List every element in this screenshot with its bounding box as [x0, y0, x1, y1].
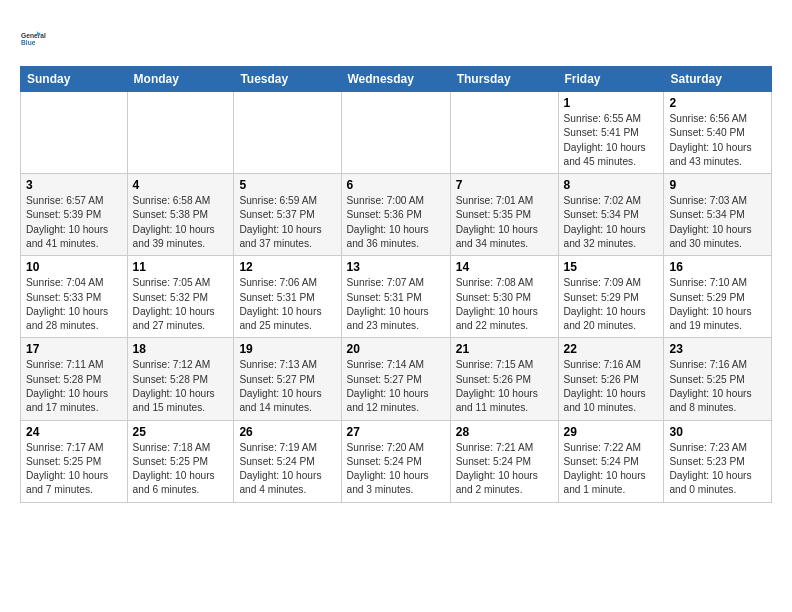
page: General Blue SundayMondayTuesdayWednesda…: [0, 0, 792, 513]
calendar-cell: [450, 92, 558, 174]
calendar-week-2: 3Sunrise: 6:57 AM Sunset: 5:39 PM Daylig…: [21, 174, 772, 256]
day-info: Sunrise: 7:01 AM Sunset: 5:35 PM Dayligh…: [456, 194, 553, 251]
day-number: 1: [564, 96, 659, 110]
calendar-cell: 21Sunrise: 7:15 AM Sunset: 5:26 PM Dayli…: [450, 338, 558, 420]
calendar-cell: 20Sunrise: 7:14 AM Sunset: 5:27 PM Dayli…: [341, 338, 450, 420]
day-number: 5: [239, 178, 335, 192]
day-info: Sunrise: 7:13 AM Sunset: 5:27 PM Dayligh…: [239, 358, 335, 415]
day-number: 15: [564, 260, 659, 274]
col-header-friday: Friday: [558, 67, 664, 92]
day-number: 9: [669, 178, 766, 192]
calendar-cell: 7Sunrise: 7:01 AM Sunset: 5:35 PM Daylig…: [450, 174, 558, 256]
calendar-cell: [127, 92, 234, 174]
calendar-cell: 26Sunrise: 7:19 AM Sunset: 5:24 PM Dayli…: [234, 420, 341, 502]
logo-icon: General Blue: [20, 20, 56, 56]
day-number: 20: [347, 342, 445, 356]
calendar-cell: 28Sunrise: 7:21 AM Sunset: 5:24 PM Dayli…: [450, 420, 558, 502]
day-number: 21: [456, 342, 553, 356]
day-info: Sunrise: 7:14 AM Sunset: 5:27 PM Dayligh…: [347, 358, 445, 415]
col-header-tuesday: Tuesday: [234, 67, 341, 92]
calendar-cell: 17Sunrise: 7:11 AM Sunset: 5:28 PM Dayli…: [21, 338, 128, 420]
calendar-cell: 1Sunrise: 6:55 AM Sunset: 5:41 PM Daylig…: [558, 92, 664, 174]
day-number: 29: [564, 425, 659, 439]
day-number: 23: [669, 342, 766, 356]
day-number: 12: [239, 260, 335, 274]
calendar-cell: 11Sunrise: 7:05 AM Sunset: 5:32 PM Dayli…: [127, 256, 234, 338]
day-info: Sunrise: 7:16 AM Sunset: 5:25 PM Dayligh…: [669, 358, 766, 415]
calendar-cell: 3Sunrise: 6:57 AM Sunset: 5:39 PM Daylig…: [21, 174, 128, 256]
day-info: Sunrise: 7:05 AM Sunset: 5:32 PM Dayligh…: [133, 276, 229, 333]
calendar-cell: 13Sunrise: 7:07 AM Sunset: 5:31 PM Dayli…: [341, 256, 450, 338]
day-info: Sunrise: 7:10 AM Sunset: 5:29 PM Dayligh…: [669, 276, 766, 333]
day-info: Sunrise: 6:59 AM Sunset: 5:37 PM Dayligh…: [239, 194, 335, 251]
day-number: 26: [239, 425, 335, 439]
svg-text:General: General: [21, 32, 46, 39]
calendar-week-5: 24Sunrise: 7:17 AM Sunset: 5:25 PM Dayli…: [21, 420, 772, 502]
calendar-cell: 9Sunrise: 7:03 AM Sunset: 5:34 PM Daylig…: [664, 174, 772, 256]
col-header-sunday: Sunday: [21, 67, 128, 92]
day-info: Sunrise: 7:21 AM Sunset: 5:24 PM Dayligh…: [456, 441, 553, 498]
calendar-cell: 5Sunrise: 6:59 AM Sunset: 5:37 PM Daylig…: [234, 174, 341, 256]
day-number: 3: [26, 178, 122, 192]
day-info: Sunrise: 7:15 AM Sunset: 5:26 PM Dayligh…: [456, 358, 553, 415]
svg-text:Blue: Blue: [21, 39, 36, 46]
logo: General Blue: [20, 20, 56, 56]
day-info: Sunrise: 7:17 AM Sunset: 5:25 PM Dayligh…: [26, 441, 122, 498]
calendar-cell: 27Sunrise: 7:20 AM Sunset: 5:24 PM Dayli…: [341, 420, 450, 502]
day-info: Sunrise: 7:06 AM Sunset: 5:31 PM Dayligh…: [239, 276, 335, 333]
header-row: SundayMondayTuesdayWednesdayThursdayFrid…: [21, 67, 772, 92]
calendar-cell: 30Sunrise: 7:23 AM Sunset: 5:23 PM Dayli…: [664, 420, 772, 502]
day-number: 4: [133, 178, 229, 192]
calendar-cell: 6Sunrise: 7:00 AM Sunset: 5:36 PM Daylig…: [341, 174, 450, 256]
day-number: 2: [669, 96, 766, 110]
day-number: 13: [347, 260, 445, 274]
day-number: 16: [669, 260, 766, 274]
day-number: 27: [347, 425, 445, 439]
calendar-cell: 15Sunrise: 7:09 AM Sunset: 5:29 PM Dayli…: [558, 256, 664, 338]
day-number: 22: [564, 342, 659, 356]
calendar-cell: [234, 92, 341, 174]
col-header-saturday: Saturday: [664, 67, 772, 92]
day-info: Sunrise: 7:22 AM Sunset: 5:24 PM Dayligh…: [564, 441, 659, 498]
calendar-week-1: 1Sunrise: 6:55 AM Sunset: 5:41 PM Daylig…: [21, 92, 772, 174]
calendar-cell: 4Sunrise: 6:58 AM Sunset: 5:38 PM Daylig…: [127, 174, 234, 256]
day-number: 6: [347, 178, 445, 192]
calendar-cell: 29Sunrise: 7:22 AM Sunset: 5:24 PM Dayli…: [558, 420, 664, 502]
calendar-week-3: 10Sunrise: 7:04 AM Sunset: 5:33 PM Dayli…: [21, 256, 772, 338]
day-info: Sunrise: 7:19 AM Sunset: 5:24 PM Dayligh…: [239, 441, 335, 498]
calendar-cell: 25Sunrise: 7:18 AM Sunset: 5:25 PM Dayli…: [127, 420, 234, 502]
calendar-cell: 2Sunrise: 6:56 AM Sunset: 5:40 PM Daylig…: [664, 92, 772, 174]
day-info: Sunrise: 7:08 AM Sunset: 5:30 PM Dayligh…: [456, 276, 553, 333]
day-info: Sunrise: 7:03 AM Sunset: 5:34 PM Dayligh…: [669, 194, 766, 251]
calendar-cell: 19Sunrise: 7:13 AM Sunset: 5:27 PM Dayli…: [234, 338, 341, 420]
day-info: Sunrise: 7:12 AM Sunset: 5:28 PM Dayligh…: [133, 358, 229, 415]
calendar-cell: 22Sunrise: 7:16 AM Sunset: 5:26 PM Dayli…: [558, 338, 664, 420]
day-info: Sunrise: 7:02 AM Sunset: 5:34 PM Dayligh…: [564, 194, 659, 251]
day-number: 7: [456, 178, 553, 192]
calendar-cell: 14Sunrise: 7:08 AM Sunset: 5:30 PM Dayli…: [450, 256, 558, 338]
day-info: Sunrise: 6:57 AM Sunset: 5:39 PM Dayligh…: [26, 194, 122, 251]
calendar-table: SundayMondayTuesdayWednesdayThursdayFrid…: [20, 66, 772, 503]
calendar-cell: 24Sunrise: 7:17 AM Sunset: 5:25 PM Dayli…: [21, 420, 128, 502]
col-header-thursday: Thursday: [450, 67, 558, 92]
calendar-week-4: 17Sunrise: 7:11 AM Sunset: 5:28 PM Dayli…: [21, 338, 772, 420]
day-number: 10: [26, 260, 122, 274]
day-info: Sunrise: 7:23 AM Sunset: 5:23 PM Dayligh…: [669, 441, 766, 498]
day-info: Sunrise: 7:09 AM Sunset: 5:29 PM Dayligh…: [564, 276, 659, 333]
header: General Blue: [20, 20, 772, 56]
day-info: Sunrise: 6:56 AM Sunset: 5:40 PM Dayligh…: [669, 112, 766, 169]
calendar-cell: 16Sunrise: 7:10 AM Sunset: 5:29 PM Dayli…: [664, 256, 772, 338]
day-number: 8: [564, 178, 659, 192]
day-number: 30: [669, 425, 766, 439]
day-info: Sunrise: 6:58 AM Sunset: 5:38 PM Dayligh…: [133, 194, 229, 251]
day-number: 19: [239, 342, 335, 356]
col-header-wednesday: Wednesday: [341, 67, 450, 92]
day-number: 18: [133, 342, 229, 356]
day-info: Sunrise: 7:00 AM Sunset: 5:36 PM Dayligh…: [347, 194, 445, 251]
day-info: Sunrise: 7:18 AM Sunset: 5:25 PM Dayligh…: [133, 441, 229, 498]
day-number: 17: [26, 342, 122, 356]
col-header-monday: Monday: [127, 67, 234, 92]
calendar-cell: 23Sunrise: 7:16 AM Sunset: 5:25 PM Dayli…: [664, 338, 772, 420]
calendar-cell: [21, 92, 128, 174]
day-info: Sunrise: 7:20 AM Sunset: 5:24 PM Dayligh…: [347, 441, 445, 498]
